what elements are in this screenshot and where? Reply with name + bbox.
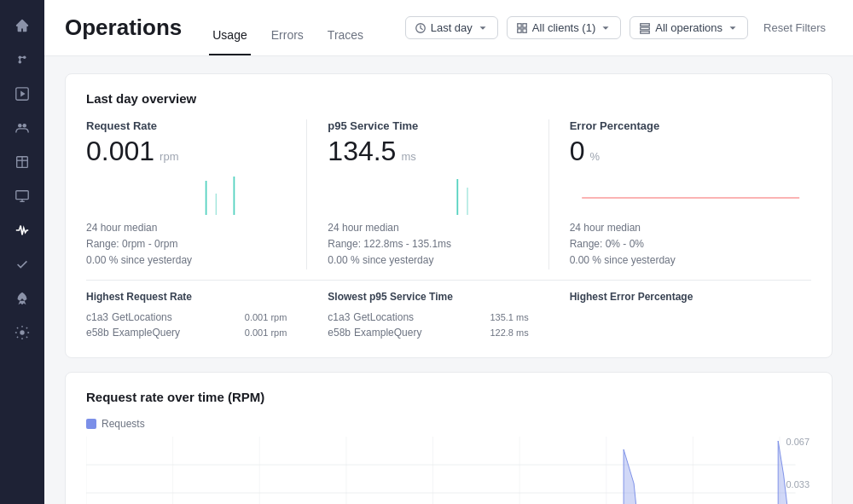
pulse-icon[interactable]	[7, 215, 38, 246]
legend-swatch	[86, 419, 96, 429]
svg-point-8	[22, 124, 26, 128]
tab-errors[interactable]: Errors	[268, 28, 307, 55]
header-filters: Last day All clients (1) All operations …	[405, 16, 833, 39]
reset-filters-button[interactable]: Reset Filters	[757, 17, 833, 38]
metric-sub-p95: 24 hour median Range: 122.8ms - 135.1ms …	[328, 220, 527, 269]
op-val: 0.001 rpm	[245, 327, 287, 338]
metric-label-p95: p95 Service Time	[328, 119, 527, 132]
svg-rect-20	[641, 23, 650, 26]
metric-request-rate: Request Rate 0.001 rpm	[86, 119, 307, 269]
svg-rect-21	[641, 27, 650, 30]
svg-rect-17	[523, 23, 526, 26]
spark-chart-rr	[86, 172, 286, 215]
op-name: c1a3 GetLocations	[86, 311, 172, 323]
metric-sub-rr: 24 hour median Range: 0rpm - 0rpm 0.00 %…	[86, 220, 286, 269]
table-row: c1a3 GetLocations 135.1 ms	[328, 310, 528, 325]
sidebar	[0, 0, 44, 504]
page-title: Operations	[65, 14, 182, 41]
operations-filter-button[interactable]: All operations	[630, 16, 748, 39]
chevron-down-icon3	[727, 22, 739, 34]
chart-yaxis: 0.067 0.033	[786, 437, 811, 504]
yaxis-label-top: 0.067	[786, 437, 809, 447]
rocket-icon[interactable]	[7, 283, 38, 314]
table-title-err: Highest Error Percentage	[570, 291, 811, 303]
svg-point-7	[18, 124, 22, 128]
overview-title: Last day overview	[86, 91, 811, 106]
time-filter-label: Last day	[431, 21, 473, 34]
metric-p95: p95 Service Time 134.5 ms 24 hour median	[328, 119, 548, 269]
content-area: Last day overview Request Rate 0.001 rpm	[44, 56, 853, 504]
rpm-chart: 0.067 0.033	[86, 437, 811, 504]
svg-rect-16	[518, 23, 521, 26]
op-id: e58b	[86, 327, 109, 339]
metric-unit-p95: ms	[401, 150, 415, 163]
metric-unit-rr: rpm	[160, 150, 178, 163]
svg-rect-19	[523, 28, 526, 32]
rpm-chart-card: Request rate over time (RPM) Requests	[65, 372, 833, 504]
rpm-svg	[86, 437, 811, 504]
svg-marker-6	[20, 90, 25, 96]
spark-chart-p95	[328, 172, 527, 215]
operations-icon	[639, 22, 651, 34]
op-id: c1a3	[86, 311, 108, 323]
table-title-rr: Highest Request Rate	[86, 291, 287, 303]
table-highest-request-rate: Highest Request Rate c1a3 GetLocations 0…	[86, 291, 307, 340]
table-highest-error: Highest Error Percentage	[570, 291, 811, 340]
op-name: e58b ExampleQuery	[86, 327, 180, 339]
page-header: Operations Usage Errors Traces Last day …	[44, 0, 853, 56]
yaxis-label-mid: 0.033	[786, 479, 809, 490]
metrics-row: Request Rate 0.001 rpm	[86, 119, 811, 269]
metric-label-request-rate: Request Rate	[86, 119, 286, 132]
tab-usage[interactable]: Usage	[209, 28, 250, 55]
metric-value-row-p95: 134.5 ms	[328, 136, 527, 167]
table-title-p95: Slowest p95 Service Time	[328, 291, 528, 303]
op-name: e58b ExampleQuery	[328, 327, 421, 339]
tab-traces[interactable]: Traces	[324, 28, 367, 55]
clients-icon	[516, 22, 528, 34]
metric-sub-err: 24 hour median Range: 0% - 0% 0.00 % sin…	[570, 220, 811, 269]
rpm-chart-wrapper: 0.067 0.033 Sep 25th 9:00pm Sep 26th 3:0…	[86, 437, 811, 504]
graph-icon[interactable]	[7, 44, 38, 75]
chevron-down-icon2	[600, 22, 612, 34]
metric-value-row-err: 0 %	[570, 136, 811, 167]
metric-value-rr: 0.001	[86, 136, 154, 167]
op-id: e58b	[328, 327, 351, 339]
operations-filter-label: All operations	[655, 21, 722, 34]
table-row: c1a3 GetLocations 0.001 rpm	[86, 310, 287, 325]
users-icon[interactable]	[7, 113, 38, 143]
table-row: e58b ExampleQuery 0.001 rpm	[86, 325, 287, 340]
bottom-tables: Highest Request Rate c1a3 GetLocations 0…	[86, 280, 811, 340]
play-icon[interactable]	[7, 78, 38, 109]
spark-chart-err	[570, 172, 811, 215]
clock-icon	[415, 22, 426, 34]
op-val: 122.8 ms	[490, 327, 528, 338]
box-icon[interactable]	[7, 147, 38, 177]
op-val: 0.001 rpm	[245, 312, 287, 322]
metric-value-p95: 134.5	[328, 136, 396, 167]
svg-rect-18	[518, 28, 521, 32]
clients-filter-label: All clients (1)	[532, 21, 595, 34]
time-filter-button[interactable]: Last day	[405, 16, 498, 39]
legend-label: Requests	[102, 418, 145, 430]
overview-card: Last day overview Request Rate 0.001 rpm	[65, 73, 833, 358]
home-icon[interactable]	[7, 10, 38, 41]
rpm-chart-title: Request rate over time (RPM)	[86, 390, 811, 404]
op-id: c1a3	[328, 311, 350, 323]
table-slowest-p95: Slowest p95 Service Time c1a3 GetLocatio…	[328, 291, 548, 340]
op-name: c1a3 GetLocations	[328, 311, 414, 323]
metric-error: Error Percentage 0 % 24 hour median Rang…	[570, 119, 811, 269]
svg-rect-22	[641, 31, 650, 33]
main-content: Operations Usage Errors Traces Last day …	[44, 0, 853, 504]
monitor-icon[interactable]	[7, 181, 38, 211]
metric-value-row-rr: 0.001 rpm	[86, 136, 286, 167]
clients-filter-button[interactable]: All clients (1)	[507, 16, 621, 39]
metric-value-err: 0	[570, 136, 585, 167]
op-val: 135.1 ms	[490, 312, 528, 322]
table-row: e58b ExampleQuery 122.8 ms	[328, 325, 528, 340]
check-icon[interactable]	[7, 249, 38, 280]
metric-unit-err: %	[589, 150, 600, 163]
tab-nav: Usage Errors Traces	[209, 0, 384, 55]
chart-legend: Requests	[86, 418, 811, 430]
settings-icon[interactable]	[7, 317, 38, 348]
svg-rect-12	[16, 191, 28, 200]
